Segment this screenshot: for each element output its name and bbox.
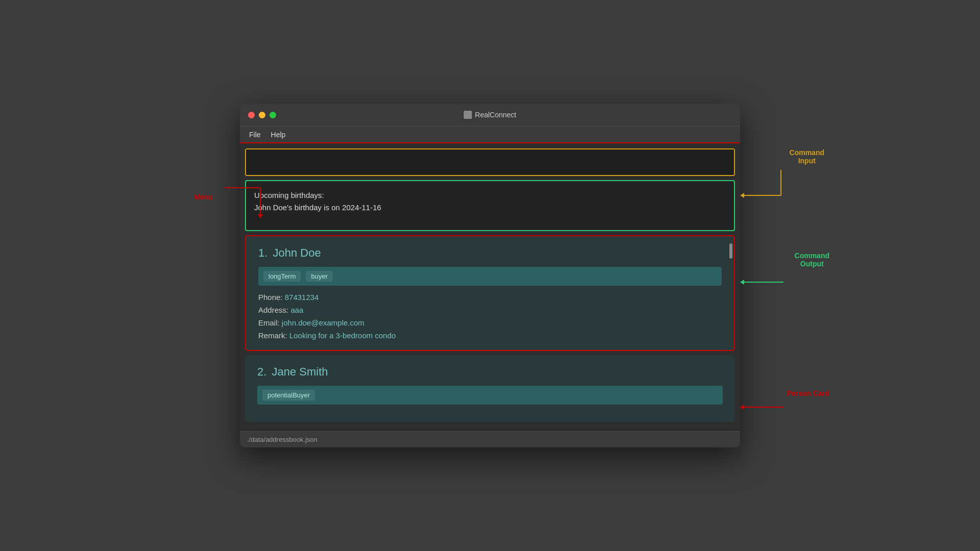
app-icon xyxy=(464,111,472,119)
annotation-person-card: Person Card xyxy=(787,389,829,397)
person-number-2: 2. xyxy=(257,365,266,378)
person-fullname-2: Jane Smith xyxy=(272,365,328,378)
person-name-1: 1. John Doe xyxy=(258,246,722,260)
status-text: ./data/addressbook.json xyxy=(247,436,317,443)
traffic-lights xyxy=(248,112,276,118)
title-bar: RealConnect xyxy=(240,104,740,126)
email-label-1: Email: xyxy=(258,318,280,327)
cmd-input-label-line2: Input xyxy=(790,157,824,165)
remark-row-1: Remark: Looking for a 3-bedroom condo xyxy=(258,331,722,340)
cmd-output-label-line1: Command xyxy=(795,252,829,260)
maximize-button[interactable] xyxy=(270,112,276,118)
remark-label-1: Remark: xyxy=(258,331,287,340)
command-input-wrapper xyxy=(245,148,735,176)
output-line-2: John Doe's birthday is on 2024-11-16 xyxy=(254,202,726,214)
address-label-1: Address: xyxy=(258,306,288,314)
phone-row-1: Phone: 87431234 xyxy=(258,293,722,302)
person-number-1: 1. xyxy=(258,246,267,259)
app-title: RealConnect xyxy=(475,111,517,119)
svg-marker-5 xyxy=(740,193,744,198)
status-bar: ./data/addressbook.json xyxy=(240,431,740,447)
menu-bar: File Help xyxy=(240,126,740,143)
tag-buyer: buyer xyxy=(306,271,333,282)
tags-row-2: potentialBuyer xyxy=(257,386,723,405)
cmd-input-arrow xyxy=(738,170,824,211)
svg-marker-7 xyxy=(740,280,744,285)
minimize-button[interactable] xyxy=(259,112,265,118)
person-card-1: 1. John Doe longTerm buyer Phone: 874312… xyxy=(245,235,735,351)
phone-label-1: Phone: xyxy=(258,293,283,302)
menu-file[interactable]: File xyxy=(244,129,266,141)
command-input[interactable] xyxy=(246,149,734,175)
address-row-1: Address: aaa xyxy=(258,306,722,314)
tags-row-1: longTerm buyer xyxy=(258,267,722,286)
person-card-2: 2. Jane Smith potentialBuyer xyxy=(245,355,735,422)
annotation-command-output: Command Output xyxy=(795,252,829,268)
command-output: Upcoming birthdays: John Doe's birthday … xyxy=(245,180,735,231)
tag-longterm: longTerm xyxy=(263,271,301,282)
app-window: RealConnect File Help Upcoming birthdays… xyxy=(240,104,740,447)
scrollbar-thumb[interactable] xyxy=(729,243,732,259)
email-value-1: john.doe@example.com xyxy=(282,318,364,327)
person-card-label: Person Card xyxy=(787,389,829,397)
output-line-1: Upcoming birthdays: xyxy=(254,189,726,202)
cmd-output-label-line2: Output xyxy=(795,260,829,268)
annotation-menu: Menu xyxy=(194,193,213,201)
person-card-arrow xyxy=(738,382,829,422)
close-button[interactable] xyxy=(248,112,255,118)
person-name-2: 2. Jane Smith xyxy=(257,365,723,379)
persons-list: 1. John Doe longTerm buyer Phone: 874312… xyxy=(245,235,735,426)
tag-potential-buyer: potentialBuyer xyxy=(262,390,315,400)
command-output-text: Upcoming birthdays: John Doe's birthday … xyxy=(254,189,726,214)
svg-marker-9 xyxy=(740,405,744,410)
title-bar-title: RealConnect xyxy=(464,111,517,119)
cmd-input-label-line1: Command xyxy=(790,148,824,157)
annotation-command-input: Command Input xyxy=(790,148,824,165)
person-fullname-1: John Doe xyxy=(273,246,321,259)
main-content: Upcoming birthdays: John Doe's birthday … xyxy=(240,143,740,431)
phone-value-1: 87431234 xyxy=(285,293,319,302)
email-row-1: Email: john.doe@example.com xyxy=(258,318,722,327)
remark-value-1: Looking for a 3-bedroom condo xyxy=(289,331,396,340)
person-details-1: Phone: 87431234 Address: aaa Email: john… xyxy=(258,293,722,340)
address-value-1: aaa xyxy=(290,306,303,314)
menu-help[interactable]: Help xyxy=(266,129,291,141)
